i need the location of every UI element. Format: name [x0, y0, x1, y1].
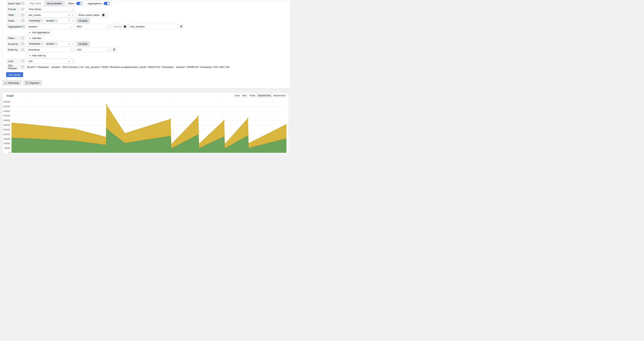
aggregation-column-select[interactable]: duration: [27, 24, 74, 29]
add-order-by-button[interactable]: + Add order by: [27, 53, 48, 58]
fields-label-text: Fields: [8, 20, 14, 22]
group-by-tag-label: timestamp: [29, 43, 40, 45]
segment-query-builder[interactable]: Query Builder: [44, 1, 64, 6]
sql-preview-label-text: SQL Preview: [8, 64, 22, 70]
distinct-toggle-box: Distinct: [112, 24, 127, 29]
limit-select[interactable]: 100 ×: [27, 59, 75, 64]
query-editor-section: Query Type SQL Editor Query Builder Filt…: [0, 0, 290, 88]
clear-icon[interactable]: ×: [68, 60, 70, 63]
filters-toggle-box: Filters: [66, 1, 84, 6]
table-value: test_results: [28, 14, 68, 17]
add-filter-label: Add filter: [32, 37, 42, 40]
distinct-toggle[interactable]: [123, 25, 129, 28]
chevron-down-icon: [72, 14, 74, 16]
chevron-down-icon: [107, 25, 109, 27]
group-by-tag-timestamp[interactable]: timestamp ×: [28, 42, 44, 46]
svg-text:250000: 250000: [3, 129, 10, 131]
query-type-segmented-control: SQL Editor Query Builder: [27, 1, 65, 6]
query-type-label-text: Query Type: [8, 2, 20, 5]
info-icon[interactable]: [22, 25, 25, 28]
info-icon[interactable]: [22, 48, 24, 51]
info-icon[interactable]: [22, 60, 24, 63]
order-by-direction-select[interactable]: ASC: [75, 47, 110, 52]
remove-tag-icon[interactable]: ×: [56, 43, 57, 45]
inspector-label: Inspector: [30, 82, 39, 84]
left-rail: [0, 0, 2, 88]
svg-text:150000: 150000: [3, 138, 10, 140]
info-icon[interactable]: [22, 14, 24, 16]
group-by-tag-duration[interactable]: duration ×: [45, 42, 58, 46]
remove-aggregation-button[interactable]: [178, 24, 184, 29]
remove-tag-icon[interactable]: ×: [41, 43, 42, 45]
order-by-label-text: Order by: [8, 48, 18, 51]
inspector-button[interactable]: Inspector: [23, 80, 42, 85]
fields-label: Fields: [6, 18, 26, 23]
order-by-column-select[interactable]: timestamp: [27, 47, 74, 52]
add-aggregation-row: + Add aggregation: [27, 30, 290, 35]
info-icon[interactable]: [22, 66, 24, 68]
group-by-select[interactable]: timestamp × duration × ×: [27, 41, 75, 47]
trash-icon: [113, 48, 115, 51]
chevron-down-icon: [70, 49, 72, 50]
svg-text:50000: 50000: [4, 147, 10, 149]
field-tag-label: duration: [46, 20, 54, 22]
stacked-area-chart[interactable]: 0500001000001500002000002500003000003500…: [2, 93, 289, 154]
group-by-label: Group by: [6, 41, 26, 47]
chevron-down-icon: [72, 43, 74, 45]
info-icon[interactable]: [22, 2, 24, 5]
table-select[interactable]: test_results ×: [27, 12, 75, 18]
info-icon[interactable]: [22, 43, 24, 45]
info-icon[interactable]: [22, 20, 24, 22]
aggregations-label-text: Aggregations: [8, 25, 22, 28]
field-tag-duration[interactable]: duration ×: [45, 19, 58, 23]
aggregation-function-select[interactable]: MAX: [75, 24, 110, 29]
clear-icon[interactable]: ×: [68, 43, 70, 45]
remove-tag-icon[interactable]: ×: [41, 20, 42, 22]
chevron-down-icon: [72, 8, 74, 10]
screen: Query Type SQL Editor Query Builder Filt…: [0, 0, 290, 154]
aggregations-row: Aggregations duration MAX Distinct: [6, 24, 290, 29]
add-aggregation-button[interactable]: + Add aggregation: [27, 30, 52, 35]
show-system-tables-toggle[interactable]: [102, 14, 108, 17]
table-label-text: Table: [8, 14, 14, 17]
format-select[interactable]: Time Series: [27, 7, 75, 12]
group-by-all-fields-button[interactable]: All fields: [76, 41, 90, 47]
sql-preview-row: SQL Preview SELECT `timestamp`, `duratio…: [6, 64, 290, 70]
group-by-row: Group by timestamp × duration × × All fi…: [6, 41, 290, 47]
add-order-by-row: + Add order by: [27, 53, 290, 58]
table-row: Table test_results × Show system tables: [6, 12, 290, 18]
group-by-label-text: Group by: [8, 43, 18, 45]
remove-tag-icon[interactable]: ×: [56, 20, 57, 22]
fields-select[interactable]: timestamp × duration × ×: [27, 18, 75, 23]
svg-text:100000: 100000: [3, 142, 10, 145]
clear-icon[interactable]: ×: [68, 20, 70, 22]
svg-text:400000: 400000: [3, 115, 10, 117]
field-tag-timestamp[interactable]: timestamp ×: [28, 19, 44, 23]
sql-preview-text: SELECT `timestamp`, `duration`, MAX(`dur…: [27, 64, 230, 70]
table-label: Table: [6, 12, 26, 18]
filters-toggle[interactable]: [76, 2, 82, 5]
plus-icon: +: [29, 31, 31, 34]
remove-order-by-button[interactable]: [112, 47, 117, 52]
plus-icon: +: [29, 37, 31, 40]
clear-icon[interactable]: ×: [68, 14, 70, 17]
aggregation-alias-input[interactable]: [130, 25, 176, 28]
info-icon[interactable]: [22, 8, 24, 11]
svg-text:300000: 300000: [3, 124, 10, 126]
chevron-down-icon: [72, 60, 74, 62]
info-icon[interactable]: [22, 37, 24, 39]
limit-row: Limit 100 ×: [6, 59, 290, 64]
order-by-column-value: timestamp: [28, 48, 69, 51]
add-query-button[interactable]: + Add query: [2, 80, 22, 85]
aggregation-column-value: duration: [28, 25, 69, 28]
run-query-button[interactable]: Run Query: [6, 72, 23, 77]
graph-panel: Graph Lines Bars Points Stacked lines St…: [2, 92, 289, 154]
sql-preview-label: SQL Preview: [6, 64, 26, 70]
trash-icon: [180, 25, 182, 28]
pane-splitter-handle[interactable]: [0, 6, 1, 8]
aggregations-toggle[interactable]: [104, 2, 110, 5]
add-filter-button[interactable]: + Add filter: [27, 36, 44, 41]
actions-row: + Add query Inspector: [2, 80, 290, 85]
fields-all-fields-button[interactable]: All fields: [76, 18, 90, 23]
segment-sql-editor[interactable]: SQL Editor: [27, 1, 44, 6]
